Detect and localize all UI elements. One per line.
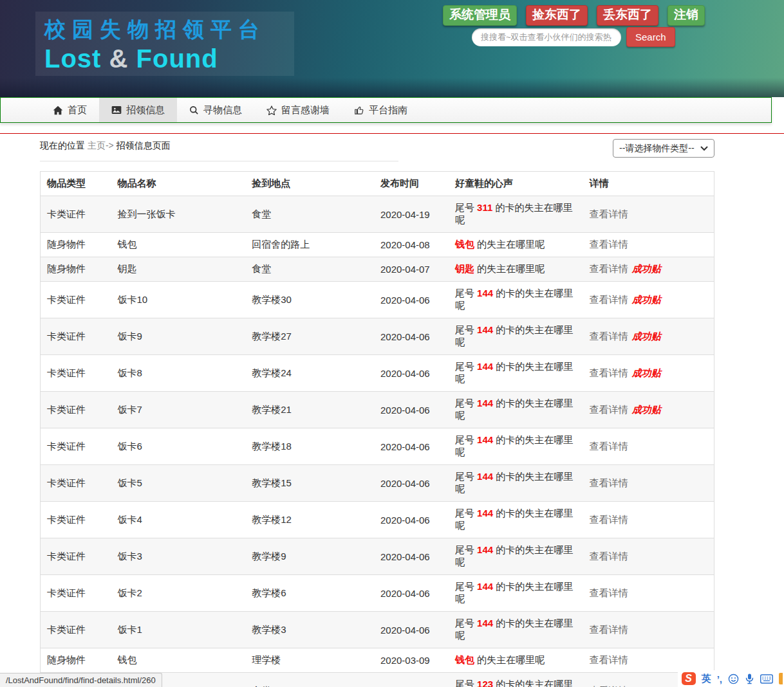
- message-highlight: 144: [477, 361, 493, 372]
- success-badge: 成功贴: [632, 263, 661, 274]
- item-type-cell: 卡类证件: [41, 502, 111, 538]
- success-badge: 成功贴: [632, 367, 661, 378]
- nav-item-4[interactable]: 留言感谢墙: [254, 98, 342, 122]
- table-row: 卡类证件饭卡3教学楼92020-04-06尾号 144 的卡的失主在哪里呢查看详…: [41, 538, 714, 575]
- publish-date-cell: 2020-03-09: [374, 673, 449, 687]
- message-highlight: 钱包: [455, 239, 474, 250]
- message-highlight: 144: [477, 434, 493, 445]
- item-type-select-value: --请选择物件类型--: [619, 143, 695, 154]
- found-place-cell: 理学楼: [245, 648, 374, 673]
- nav-item-1[interactable]: 首页: [41, 98, 99, 122]
- ime-punctuation-toggle[interactable]: ’,: [717, 673, 722, 684]
- keyboard-icon[interactable]: [760, 674, 773, 684]
- nav-item-label: 平台指南: [369, 104, 407, 116]
- nav-item-3[interactable]: 寻物信息: [177, 98, 254, 122]
- message-cell: 尾号 144 的卡的失主在哪里呢: [449, 465, 583, 502]
- message-cell: 尾号 144 的卡的失主在哪里呢: [449, 538, 583, 575]
- view-details-link[interactable]: 查看详情: [590, 477, 628, 488]
- message-cell: 尾号 144 的卡的失主在哪里呢: [449, 282, 583, 318]
- home-icon: [53, 105, 63, 115]
- view-details-link[interactable]: 查看详情: [590, 551, 628, 562]
- site-logo-chinese: 校园失物招领平台: [44, 15, 285, 44]
- view-details-link[interactable]: 查看详情: [590, 331, 628, 342]
- found-place-cell: 回宿舍的路上: [245, 233, 374, 257]
- emoji-icon[interactable]: [728, 673, 739, 684]
- message-cell: 尾号 144 的卡的失主在哪里呢: [449, 392, 583, 428]
- found-place-cell: 教学楼9: [245, 538, 374, 575]
- publish-date-cell: 2020-04-06: [374, 392, 449, 428]
- header-button-1[interactable]: 系统管理员: [443, 5, 517, 26]
- table-row: 卡类证件饭卡1教学楼32020-04-06尾号 144 的卡的失主在哪里呢查看详…: [41, 612, 714, 648]
- publish-date-cell: 2020-04-06: [374, 612, 449, 648]
- item-type-cell: 随身物件: [41, 648, 111, 673]
- publish-date-cell: 2020-04-06: [374, 575, 449, 612]
- detail-cell: 查看详情: [583, 538, 714, 575]
- table-row: 随身物件钥匙食堂2020-04-07钥匙 的失主在哪里呢查看详情成功贴: [41, 257, 714, 282]
- header-button-2[interactable]: 捡东西了: [526, 5, 588, 26]
- sogou-logo-icon[interactable]: S: [682, 672, 696, 685]
- header-button-3[interactable]: 丢东西了: [597, 5, 658, 26]
- search-area: Search: [472, 27, 675, 47]
- message-highlight: 144: [477, 544, 493, 555]
- table-header: 物品类型物品名称捡到地点发布时间好童鞋的心声详情: [41, 172, 714, 196]
- found-place-cell: 教学楼3: [245, 612, 374, 648]
- detail-cell: 查看详情成功贴: [583, 257, 714, 282]
- search-button[interactable]: Search: [626, 27, 675, 47]
- table-row: 卡类证件饭卡6教学楼182020-04-06尾号 144 的卡的失主在哪里呢查看…: [41, 428, 714, 465]
- message-cell: 钱包 的失主在哪里呢: [449, 648, 583, 673]
- item-type-select[interactable]: --请选择物件类型--: [613, 139, 714, 158]
- publish-date-cell: 2020-04-07: [374, 257, 449, 282]
- view-details-link[interactable]: 查看详情: [590, 294, 628, 305]
- publish-date-cell: 2020-04-06: [374, 502, 449, 538]
- item-type-cell: 卡类证件: [41, 355, 111, 392]
- main-nav: 首页招领信息寻物信息留言感谢墙平台指南: [0, 97, 772, 123]
- search-icon: [189, 105, 199, 115]
- view-details-link[interactable]: 查看详情: [590, 263, 628, 274]
- ime-toolbox-icon[interactable]: [779, 673, 783, 684]
- microphone-icon[interactable]: [745, 673, 754, 684]
- picture-icon: [111, 105, 122, 114]
- item-type-cell: 随身物件: [41, 257, 111, 282]
- found-place-cell: 食堂: [245, 673, 374, 687]
- publish-date-cell: 2020-04-06: [374, 538, 449, 575]
- header-button-4[interactable]: 注销: [667, 5, 705, 26]
- column-header: 物品类型: [41, 172, 111, 196]
- view-details-link[interactable]: 查看详情: [590, 514, 628, 525]
- item-type-cell: 卡类证件: [41, 612, 111, 648]
- found-place-cell: 教学楼24: [245, 355, 374, 392]
- table-row: 卡类证件饭卡10教学楼302020-04-06尾号 144 的卡的失主在哪里呢查…: [41, 282, 714, 318]
- nav-item-5[interactable]: 平台指南: [342, 98, 420, 122]
- view-details-link[interactable]: 查看详情: [590, 404, 628, 415]
- found-place-cell: 食堂: [245, 196, 374, 233]
- view-details-link[interactable]: 查看详情: [590, 367, 628, 378]
- view-details-link[interactable]: 查看详情: [590, 654, 628, 665]
- nav-item-2[interactable]: 招领信息: [99, 98, 177, 122]
- breadcrumb-current: 招领信息页面: [117, 140, 171, 151]
- item-name-cell: 饭卡9: [111, 318, 245, 355]
- message-cell: 钱包 的失主在哪里呢: [449, 233, 583, 257]
- view-details-link[interactable]: 查看详情: [590, 239, 628, 250]
- view-details-link[interactable]: 查看详情: [590, 441, 628, 452]
- view-details-link[interactable]: 查看详情: [590, 624, 628, 635]
- view-details-link[interactable]: 查看详情: [590, 208, 628, 219]
- detail-cell: 查看详情: [583, 612, 714, 648]
- view-details-link[interactable]: 查看详情: [590, 587, 628, 598]
- item-type-cell: 卡类证件: [41, 575, 111, 612]
- item-type-cell: 卡类证件: [41, 392, 111, 428]
- table-row: 卡类证件饭卡7教学楼212020-04-06尾号 144 的卡的失主在哪里呢查看…: [41, 392, 714, 428]
- item-type-cell: 随身物件: [41, 233, 111, 257]
- table-row: 卡类证件饭卡2教学楼62020-04-06尾号 144 的卡的失主在哪里呢查看详…: [41, 575, 714, 612]
- publish-date-cell: 2020-04-06: [374, 282, 449, 318]
- breadcrumb-home-link[interactable]: 主页->: [88, 140, 114, 151]
- item-name-cell: 饭卡1: [111, 612, 245, 648]
- detail-cell: 查看详情: [583, 648, 714, 673]
- ime-language-toggle[interactable]: 英: [702, 673, 711, 685]
- found-place-cell: 教学楼30: [245, 282, 374, 318]
- view-details-link[interactable]: 查看详情: [590, 685, 628, 687]
- header-buttons: 系统管理员捡东西了丢东西了注销: [443, 5, 705, 26]
- table-row: 卡类证件饭卡9教学楼272020-04-06尾号 144 的卡的失主在哪里呢查看…: [41, 318, 714, 355]
- message-cell: 尾号 311 的卡的失主在哪里呢: [449, 196, 583, 233]
- search-input[interactable]: [472, 28, 621, 46]
- table-row: 卡类证件饭卡4教学楼122020-04-06尾号 144 的卡的失主在哪里呢查看…: [41, 502, 714, 538]
- publish-date-cell: 2020-04-06: [374, 318, 449, 355]
